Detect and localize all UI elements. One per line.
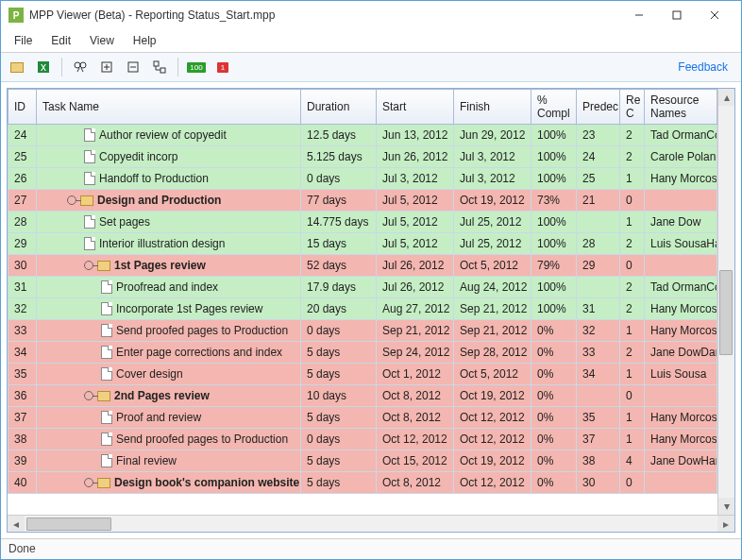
- cell-finish: Sep 21, 2012: [454, 298, 531, 320]
- col-task[interactable]: Task Name: [37, 90, 301, 125]
- scroll-left-icon[interactable]: ◂: [8, 516, 25, 532]
- cell-pred: 35: [577, 407, 620, 429]
- cell-id: 38: [8, 429, 37, 450]
- close-button[interactable]: [696, 2, 734, 28]
- cell-id: 29: [8, 233, 37, 255]
- table-row[interactable]: 38Send proofed pages to Production0 days…: [8, 429, 717, 450]
- table-row[interactable]: 31Proofread and index17.9 daysJul 26, 20…: [8, 277, 717, 298]
- col-id[interactable]: ID: [8, 90, 37, 125]
- menu-view[interactable]: View: [82, 31, 122, 50]
- cell-duration: 0 days: [301, 429, 377, 450]
- expand-button[interactable]: [96, 57, 117, 77]
- page-icon: [101, 346, 112, 359]
- folder-icon: [97, 478, 110, 488]
- page-icon: [84, 150, 95, 163]
- page-icon: [84, 172, 95, 185]
- maximize-button[interactable]: [658, 2, 696, 28]
- cell-duration: 5 days: [301, 342, 377, 364]
- cell-duration: 15 days: [301, 233, 377, 255]
- page-icon: [101, 411, 112, 424]
- cell-start: Jul 26, 2012: [377, 277, 454, 298]
- table-row[interactable]: 28Set pages14.775 daysJul 5, 2012Jul 25,…: [8, 212, 717, 233]
- cell-start: Jul 5, 2012: [377, 233, 454, 255]
- cell-resources: [645, 472, 717, 494]
- cell-pred: 28: [577, 233, 620, 255]
- table-row[interactable]: 25Copyedit incorp5.125 daysJun 26, 2012J…: [8, 146, 717, 168]
- col-pred[interactable]: Predec: [577, 90, 620, 125]
- cell-resources: Luis Sousa: [645, 364, 717, 385]
- cell-rc: 2: [620, 233, 645, 255]
- cell-resources: [645, 190, 717, 212]
- table-row[interactable]: 32Incorporate 1st Pages review20 daysAug…: [8, 298, 717, 320]
- task-name: 2nd Pages review: [114, 389, 210, 402]
- find-button[interactable]: [70, 57, 91, 77]
- vertical-scrollbar[interactable]: ▴ ▾: [717, 89, 734, 515]
- cell-duration: 5 days: [301, 450, 377, 472]
- cell-id: 25: [8, 146, 37, 168]
- table-row[interactable]: 33Send proofed pages to Production0 days…: [8, 320, 717, 342]
- cell-resources: Hany Morcos: [645, 429, 717, 450]
- col-resources[interactable]: Resource Names: [645, 90, 717, 125]
- status-text: Done: [8, 542, 36, 555]
- col-complete[interactable]: % Compl: [531, 90, 577, 125]
- minimize-button[interactable]: [620, 2, 658, 28]
- cell-finish: Oct 19, 2012: [454, 190, 531, 212]
- complete-filter-button[interactable]: 100: [186, 57, 207, 77]
- cell-id: 24: [8, 125, 37, 146]
- vscroll-thumb[interactable]: [719, 270, 733, 355]
- cell-rc: 2: [620, 146, 645, 168]
- cell-rc: 1: [620, 364, 645, 385]
- cell-duration: 10 days: [301, 385, 377, 407]
- feedback-link[interactable]: Feedback: [678, 60, 728, 74]
- table-row[interactable]: 40Design book's companion website5 daysO…: [8, 472, 717, 494]
- col-rc[interactable]: Re C: [620, 90, 645, 125]
- horizontal-scrollbar[interactable]: ◂ ▸: [8, 515, 734, 532]
- task-name: 1st Pages review: [114, 259, 206, 272]
- cell-finish: Jul 25, 2012: [454, 212, 531, 233]
- table-row[interactable]: 37Proof and review5 daysOct 8, 2012Oct 1…: [8, 407, 717, 429]
- task-name: Proofread and index: [116, 280, 218, 294]
- table-row[interactable]: 39Final review5 daysOct 15, 2012Oct 19, …: [8, 450, 717, 472]
- cell-task: Incorporate 1st Pages review: [37, 298, 301, 320]
- table-row[interactable]: 34Enter page corrections and index5 days…: [8, 342, 717, 364]
- cell-duration: 14.775 days: [301, 212, 377, 233]
- excel-button[interactable]: x: [33, 57, 54, 77]
- cell-start: Sep 24, 2012: [377, 342, 454, 364]
- cell-task: Send proofed pages to Production: [37, 429, 301, 450]
- cell-duration: 12.5 days: [301, 125, 377, 146]
- table-row[interactable]: 24Author review of copyedit12.5 daysJun …: [8, 125, 717, 146]
- cell-pred: [577, 277, 620, 298]
- open-button[interactable]: [7, 57, 27, 77]
- page-icon: [84, 237, 95, 250]
- col-duration[interactable]: Duration: [301, 90, 377, 125]
- menu-file[interactable]: File: [7, 31, 40, 50]
- table-row[interactable]: 362nd Pages review10 daysOct 8, 2012Oct …: [8, 385, 717, 407]
- table-row[interactable]: 27Design and Production77 daysJul 5, 201…: [8, 190, 717, 212]
- incomplete-filter-button[interactable]: 1: [212, 57, 233, 77]
- table-row[interactable]: 29Interior illustration design15 daysJul…: [8, 233, 717, 255]
- cell-pred: 24: [577, 146, 620, 168]
- hscroll-thumb[interactable]: [26, 518, 111, 531]
- menu-help[interactable]: Help: [126, 31, 164, 50]
- scroll-down-icon[interactable]: ▾: [718, 498, 734, 515]
- scroll-right-icon[interactable]: ▸: [717, 516, 734, 532]
- cell-id: 33: [8, 320, 37, 342]
- collapse-button[interactable]: [123, 57, 143, 77]
- cell-complete: 100%: [531, 298, 577, 320]
- scroll-up-icon[interactable]: ▴: [718, 89, 734, 106]
- table-row[interactable]: 26Handoff to Production0 daysJul 3, 2012…: [8, 168, 717, 190]
- table-row[interactable]: 35Cover design5 daysOct 1, 2012Oct 5, 20…: [8, 364, 717, 385]
- cell-duration: 17.9 days: [301, 277, 377, 298]
- cell-duration: 52 days: [301, 255, 377, 277]
- menu-edit[interactable]: Edit: [43, 31, 78, 50]
- table-row[interactable]: 301st Pages review52 daysJul 26, 2012Oct…: [8, 255, 717, 277]
- svg-rect-1: [673, 11, 681, 19]
- cell-finish: Sep 21, 2012: [454, 320, 531, 342]
- outline-button[interactable]: [149, 57, 170, 77]
- col-finish[interactable]: Finish: [454, 90, 531, 125]
- task-name: Design and Production: [97, 194, 221, 207]
- cell-start: Oct 15, 2012: [377, 450, 454, 472]
- col-start[interactable]: Start: [377, 90, 454, 125]
- cell-rc: 0: [620, 385, 645, 407]
- cell-complete: 0%: [531, 320, 577, 342]
